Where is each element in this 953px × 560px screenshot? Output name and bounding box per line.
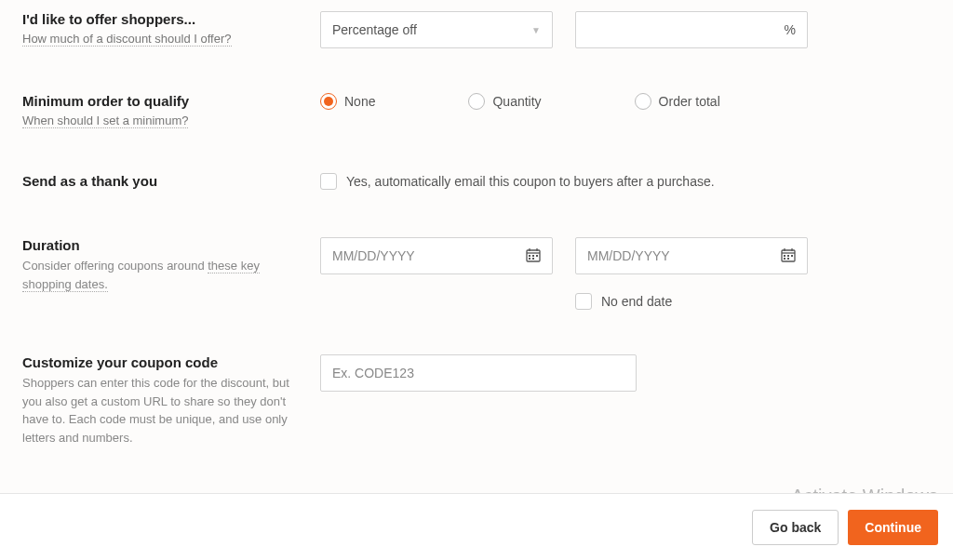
duration-row: Duration Consider offering coupons aroun… <box>22 237 931 310</box>
svg-rect-17 <box>787 258 789 260</box>
radio-quantity-label: Quantity <box>492 94 541 109</box>
end-date-col: MM/DD/YYYY No end date <box>575 237 808 310</box>
thankyou-fields: Yes, automatically email this coupon to … <box>320 173 931 193</box>
code-title: Customize your coupon code <box>22 354 305 370</box>
radio-order-total[interactable]: Order total <box>635 93 720 110</box>
percent-symbol: % <box>785 22 796 37</box>
discount-fields: Percentage off ▼ % <box>320 11 931 48</box>
chevron-down-icon: ▼ <box>531 25 541 35</box>
start-date-placeholder: MM/DD/YYYY <box>332 248 415 263</box>
duration-title: Duration <box>22 237 305 253</box>
radio-quantity[interactable]: Quantity <box>468 93 541 110</box>
radio-none-label: None <box>344 94 375 109</box>
radio-none[interactable]: None <box>320 93 375 110</box>
continue-button[interactable]: Continue <box>848 510 938 545</box>
thankyou-title: Send as a thank you <box>22 173 305 189</box>
minimum-row: Minimum order to qualify When should I s… <box>22 93 931 128</box>
end-date-placeholder: MM/DD/YYYY <box>587 248 670 263</box>
svg-rect-7 <box>529 258 530 260</box>
code-row: Customize your coupon code Shoppers can … <box>22 354 931 447</box>
discount-title: I'd like to offer shoppers... <box>22 11 305 27</box>
radio-icon <box>635 93 651 110</box>
discount-type-value: Percentage off <box>332 22 417 37</box>
svg-rect-14 <box>787 255 789 257</box>
code-desc: Shoppers can enter this code for the dis… <box>22 374 305 447</box>
footer-bar: Go back Continue <box>0 493 953 560</box>
duration-fields: MM/DD/YYYY MM/DD/YYYY No end date <box>320 237 931 310</box>
svg-rect-5 <box>532 255 534 257</box>
calendar-icon <box>526 247 541 265</box>
duration-label-col: Duration Consider offering coupons aroun… <box>22 237 320 310</box>
thankyou-row: Send as a thank you Yes, automatically e… <box>22 173 931 193</box>
svg-rect-15 <box>791 255 793 257</box>
duration-desc-prefix: Consider offering coupons around <box>22 259 208 273</box>
radio-order-total-label: Order total <box>659 94 720 109</box>
start-date-input[interactable]: MM/DD/YYYY <box>320 237 553 274</box>
svg-rect-4 <box>529 255 530 257</box>
go-back-button[interactable]: Go back <box>752 510 839 545</box>
discount-amount-input[interactable]: % <box>575 11 808 48</box>
code-label-col: Customize your coupon code Shoppers can … <box>22 354 320 447</box>
thankyou-checkbox-row: Yes, automatically email this coupon to … <box>320 173 715 190</box>
discount-label-col: I'd like to offer shoppers... How much o… <box>22 11 320 48</box>
no-end-date-label: No end date <box>601 294 672 309</box>
svg-rect-6 <box>536 255 538 257</box>
discount-help-link[interactable]: How much of a discount should I offer? <box>22 32 232 47</box>
discount-type-select[interactable]: Percentage off ▼ <box>320 11 553 48</box>
radio-icon <box>468 93 485 110</box>
svg-rect-13 <box>784 255 785 257</box>
svg-rect-16 <box>784 258 785 260</box>
no-end-date-checkbox[interactable] <box>575 293 592 310</box>
radio-icon <box>320 93 337 110</box>
no-end-date-row: No end date <box>575 293 808 310</box>
minimum-radio-group: None Quantity Order total <box>320 93 931 110</box>
thankyou-checkbox[interactable] <box>320 173 337 190</box>
discount-row: I'd like to offer shoppers... How much o… <box>22 11 931 48</box>
minimum-fields: None Quantity Order total <box>320 93 931 128</box>
minimum-title: Minimum order to qualify <box>22 93 305 109</box>
end-date-input[interactable]: MM/DD/YYYY <box>575 237 808 274</box>
coupon-code-input[interactable]: Ex. CODE123 <box>320 354 637 392</box>
svg-rect-8 <box>532 258 534 260</box>
duration-desc: Consider offering coupons around these k… <box>22 257 305 293</box>
minimum-label-col: Minimum order to qualify When should I s… <box>22 93 320 128</box>
coupon-form: I'd like to offer shoppers... How much o… <box>0 0 953 447</box>
code-fields: Ex. CODE123 <box>320 354 931 447</box>
calendar-icon <box>781 247 796 265</box>
minimum-help-link[interactable]: When should I set a minimum? <box>22 113 188 128</box>
coupon-code-placeholder: Ex. CODE123 <box>332 366 414 380</box>
thankyou-checkbox-label: Yes, automatically email this coupon to … <box>346 174 715 189</box>
thankyou-label-col: Send as a thank you <box>22 173 320 193</box>
